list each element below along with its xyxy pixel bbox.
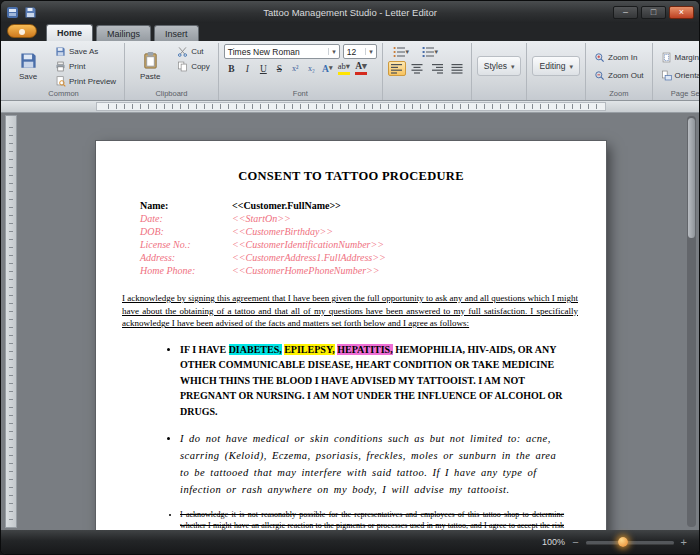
consent-bullet-list: IF I HAVE DIABETES, EPILEPSY, HEPATITIS,… [122,342,580,530]
consent-bullet-1: IF I HAVE DIABETES, EPILEPSY, HEPATITIS,… [180,342,564,420]
editing-label: Editing [539,61,565,71]
subscript-button[interactable]: x₂ [304,61,319,76]
chevron-down-icon: ▾ [511,63,515,70]
styles-button[interactable]: Styles ▾ [477,56,522,76]
title-bar: Tattoo Management Studio - Letter Editor… [1,1,699,23]
align-justify-button[interactable] [448,61,466,76]
chevron-down-icon: ▾ [435,48,439,55]
editing-button[interactable]: Editing ▾ [532,56,580,76]
align-right-icon [431,63,443,74]
print-preview-icon [55,76,66,87]
field-row-license: License No.:<<CustomerIdentificationNumb… [140,239,580,252]
orientation-label: Orientation [675,71,699,80]
save-as-icon [55,46,66,57]
app-window: Tattoo Management Studio - Letter Editor… [0,0,700,555]
field-label: Home Phone: [140,265,232,276]
vertical-scrollbar[interactable] [687,116,696,527]
chevron-down-icon[interactable]: ▾ [365,48,373,55]
bold-button[interactable]: B [224,61,239,76]
cut-icon [177,46,188,57]
ribbon: Save Save As Print Print Preview [1,41,699,101]
font-family-select[interactable]: Times New Roman ▾ [224,44,340,59]
styles-label: Styles [484,61,507,71]
vertical-ruler[interactable] [5,115,17,528]
tab-home[interactable]: Home [46,24,93,41]
ribbon-group-common: Save Save As Print Print Preview [3,43,125,100]
italic-button[interactable]: I [240,61,255,76]
group-label-page-setup: Page Setup [658,88,699,100]
chevron-down-icon[interactable]: ▾ [328,48,336,55]
app-menu-icon [19,29,25,35]
zoom-out-icon [594,70,605,81]
app-logo-icon [6,6,19,19]
field-row-dob: DOB:<<CustomerBirthday>> [140,226,580,239]
align-left-button[interactable] [388,61,406,76]
maximize-button[interactable]: □ [641,6,666,19]
orientation-icon [661,70,672,81]
zoom-out-icon[interactable]: − [572,537,578,548]
zoom-in-label: Zoom In [608,53,637,62]
underline-button[interactable]: U [256,61,271,76]
align-justify-icon [451,63,463,74]
minimize-button[interactable]: – [613,6,638,19]
scrollbar-thumb[interactable] [688,118,695,238]
chevron-down-icon: ▾ [406,48,410,55]
font-size-select[interactable]: 12 ▾ [343,44,377,59]
zoom-in-icon[interactable]: + [681,537,687,548]
text-effects-button[interactable]: A▾ [320,61,335,76]
zoom-slider[interactable] [586,541,674,544]
align-right-button[interactable] [428,61,446,76]
save-button[interactable]: Save [8,44,48,88]
zoom-controls: 100% − + [542,537,687,548]
window-controls: – □ × [613,6,694,19]
copy-button[interactable]: Copy [174,59,213,73]
zoom-slider-handle[interactable] [618,537,628,547]
bullet-list-button[interactable]: ▾ [388,44,414,59]
paste-button[interactable]: Paste [130,44,170,88]
close-button[interactable]: × [669,6,694,19]
merge-field: <<CustomerIdentificationNumber>> [232,239,384,250]
zoom-in-button[interactable]: Zoom In [591,50,647,64]
cut-button[interactable]: Cut [174,44,213,58]
quick-save-icon[interactable] [24,6,37,19]
paste-icon [141,51,160,70]
merge-field: <<Customer.FullName>> [232,200,341,211]
group-label-zoom: Zoom [591,88,647,100]
orientation-button[interactable]: Orientation ▾ [658,68,699,82]
print-button[interactable]: Print [52,59,119,73]
field-row-home-phone: Home Phone:<<CustomerHomePhoneNumber>> [140,265,580,278]
print-preview-button[interactable]: Print Preview [52,74,119,88]
chevron-down-icon: ▾ [346,62,350,75]
consent-intro: I acknowledge by signing this agreement … [122,292,578,330]
horizontal-ruler[interactable] [1,101,699,113]
document-canvas[interactable]: CONSENT TO TATTOO PROCEDURE Name:<<Custo… [1,113,699,530]
ribbon-group-paragraph: ▾ ▾ [383,43,472,100]
print-icon [55,61,66,72]
highlight-color-button[interactable]: ab▾ [336,61,352,76]
group-label-paragraph [388,88,466,100]
margins-icon [661,52,672,63]
field-label: License No.: [140,239,232,250]
app-menu-button[interactable] [7,24,37,38]
margins-button[interactable]: Margins ▾ [658,50,699,64]
document-page[interactable]: CONSENT TO TATTOO PROCEDURE Name:<<Custo… [96,141,606,530]
font-family-value: Times New Roman [228,47,300,57]
strikethrough-button[interactable]: S [272,61,287,76]
superscript-button[interactable]: x² [288,61,303,76]
zoom-out-button[interactable]: Zoom Out [591,68,647,82]
doc-title: CONSENT TO TATTOO PROCEDURE [122,169,580,184]
ribbon-group-editing: Editing ▾ [527,43,586,100]
font-color-button[interactable]: A▾ [353,61,369,76]
tab-mailings[interactable]: Mailings [96,25,151,41]
numbered-list-button[interactable]: ▾ [417,44,443,59]
ribbon-group-clipboard: Paste Cut Copy Clipboard [125,43,219,100]
tab-insert[interactable]: Insert [154,25,199,41]
save-as-button[interactable]: Save As [52,44,119,58]
merge-field: <<CustomerAddress1.FullAddress>> [232,252,386,263]
align-center-button[interactable] [408,61,426,76]
align-center-icon [411,63,423,74]
zoom-value: 100% [542,537,565,547]
highlight-label: ab [338,62,346,75]
chevron-down-icon: ▾ [362,62,367,76]
field-label: DOB: [140,226,232,237]
